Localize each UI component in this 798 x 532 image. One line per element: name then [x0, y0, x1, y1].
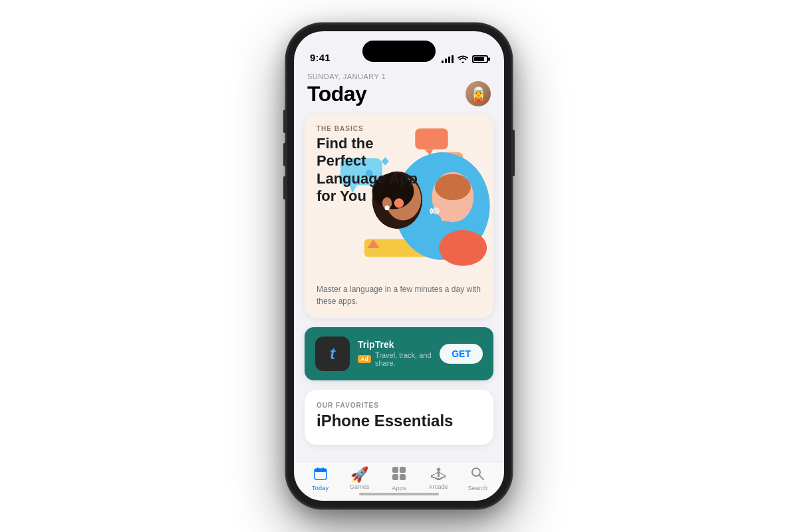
card-text-overlay: THE BASICS Find the Perfect Language App…	[317, 125, 423, 205]
phone-screen: 9:41	[294, 31, 504, 501]
dynamic-island	[362, 41, 436, 62]
search-tab-label: Search	[468, 485, 488, 491]
home-indicator	[359, 493, 439, 495]
svg-rect-26	[317, 467, 319, 470]
header-left: SUNDAY, JANUARY 1 Today	[307, 72, 386, 106]
svg-point-32	[472, 468, 480, 476]
svg-point-9	[439, 230, 487, 266]
apps-icon	[392, 466, 406, 483]
svg-point-20	[432, 207, 440, 215]
apps-tab-label: Apps	[392, 485, 406, 491]
screen-content[interactable]: SUNDAY, JANUARY 1 Today 🧝 THE BASICS Fin…	[294, 67, 504, 461]
svg-rect-27	[323, 467, 324, 470]
tab-games[interactable]: 🚀 Games	[340, 467, 379, 490]
status-time: 9:41	[310, 52, 331, 63]
feature-card-body: Master a language in a few minutes a day…	[305, 274, 493, 318]
ad-app-icon: t	[315, 336, 350, 371]
svg-text:+: +	[463, 171, 468, 182]
tab-today[interactable]: Today	[301, 466, 340, 491]
svg-point-15	[384, 205, 389, 210]
ad-info: TripTrek Ad Travel, track, and share.	[358, 339, 432, 368]
ad-banner[interactable]: t TripTrek Ad Travel, track, and share. …	[305, 327, 493, 380]
page-title: Today	[307, 82, 386, 106]
card-eyebrow: THE BASICS	[317, 125, 423, 132]
wifi-icon	[458, 55, 468, 63]
games-tab-label: Games	[350, 483, 370, 490]
arcade-icon: 🕹	[431, 467, 446, 482]
tab-arcade[interactable]: 🕹 Arcade	[419, 467, 458, 490]
favorites-title: iPhone Essentials	[317, 412, 481, 430]
status-icons	[442, 55, 488, 63]
svg-rect-30	[392, 474, 398, 480]
svg-rect-29	[400, 467, 406, 473]
ad-badge-row: Ad Travel, track, and share.	[358, 351, 432, 367]
tab-apps[interactable]: Apps	[379, 466, 418, 491]
today-icon	[313, 466, 328, 483]
battery-fill	[474, 57, 484, 61]
page-header: SUNDAY, JANUARY 1 Today 🧝	[294, 67, 504, 114]
tab-search[interactable]: Search	[458, 466, 497, 491]
card-headline: Find the Perfect Language App for You	[317, 135, 423, 205]
today-tab-label: Today	[312, 485, 329, 491]
svg-rect-31	[400, 474, 406, 480]
phone-device: 9:41	[286, 23, 512, 509]
feature-card-description: Master a language in a few minutes a day…	[317, 283, 481, 307]
search-icon	[470, 466, 485, 483]
favorites-card[interactable]: OUR FAVORITES iPhone Essentials	[305, 390, 493, 445]
ad-description: Travel, track, and share.	[375, 351, 432, 367]
feature-card-art: THE BASICS Find the Perfect Language App…	[305, 114, 493, 274]
svg-rect-19	[441, 206, 450, 221]
svg-rect-25	[315, 469, 327, 472]
ad-badge: Ad	[358, 355, 371, 363]
ad-app-name: TripTrek	[358, 339, 432, 350]
arcade-tab-label: Arcade	[428, 483, 448, 490]
header-date: SUNDAY, JANUARY 1	[307, 72, 386, 80]
favorites-eyebrow: OUR FAVORITES	[317, 402, 481, 409]
battery-icon	[472, 55, 488, 63]
games-icon: 🚀	[350, 467, 368, 482]
feature-card[interactable]: THE BASICS Find the Perfect Language App…	[305, 114, 493, 318]
scene: 9:41	[0, 0, 798, 532]
svg-rect-28	[392, 467, 398, 473]
avatar[interactable]: 🧝	[466, 81, 491, 106]
get-button[interactable]: GET	[440, 344, 483, 364]
svg-line-33	[479, 475, 483, 479]
signal-icon	[442, 55, 454, 63]
